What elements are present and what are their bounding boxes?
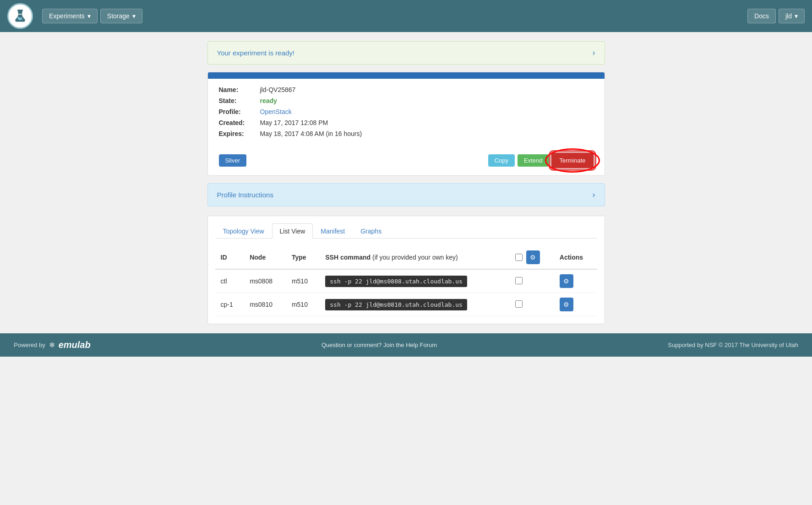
cell-actions: ⚙ — [554, 293, 597, 316]
row-checkbox[interactable] — [515, 277, 523, 284]
ssh-command-text[interactable]: ssh -p 22 jld@ms0810.utah.cloudlab.us — [325, 299, 467, 310]
emulab-snowflake-icon: ❄ — [49, 341, 55, 349]
profile-row: Profile: OpenStack — [219, 108, 594, 115]
experiment-details: Name: jld-QV25867 State: ready Profile: … — [208, 79, 605, 148]
state-row: State: ready — [219, 97, 594, 104]
cell-type: m510 — [286, 269, 320, 293]
terminate-button[interactable]: Terminate — [551, 153, 593, 168]
navbar: Experiments ▾ Storage ▾ Docs jld ▾ — [0, 0, 812, 32]
expires-label: Expires: — [219, 130, 260, 137]
footer-brand: Powered by ❄ emulab — [14, 340, 91, 350]
row-checkbox[interactable] — [515, 300, 523, 308]
th-checkbox-area: ⚙ — [510, 246, 554, 269]
state-value: ready — [260, 97, 277, 104]
storage-menu[interactable]: Storage ▾ — [100, 9, 142, 23]
profile-instructions-label: Profile Instructions — [217, 191, 273, 199]
cell-ssh: ssh -p 22 jld@ms0810.utah.cloudlab.us — [320, 293, 510, 316]
dropdown-arrow-icon: ▾ — [132, 12, 136, 20]
row-gear-button[interactable]: ⚙ — [560, 274, 573, 288]
table-header: ID Node Type SSH command (if you provide… — [215, 246, 597, 269]
svg-point-2 — [17, 17, 19, 19]
footer-brand-name: emulab — [59, 340, 91, 350]
created-row: Created: May 17, 2017 12:08 PM — [219, 119, 594, 126]
svg-rect-0 — [17, 10, 23, 11]
name-value: jld-QV25867 — [260, 86, 296, 93]
row-gear-button[interactable]: ⚙ — [560, 298, 573, 311]
brand-logo — [7, 3, 33, 29]
expires-value: May 18, 2017 4:08 AM (in 16 hours) — [260, 130, 362, 137]
cell-id: ctl — [215, 269, 245, 293]
ssh-command-text[interactable]: ssh -p 22 jld@ms0808.utah.cloudlab.us — [325, 276, 467, 287]
tab-topology-view[interactable]: Topology View — [215, 223, 272, 239]
ssh-note: (if you provided your own key) — [372, 254, 458, 261]
state-label: State: — [219, 97, 260, 104]
docs-button[interactable]: Docs — [747, 9, 776, 23]
tab-list-view[interactable]: List View — [272, 223, 313, 239]
created-label: Created: — [219, 119, 260, 126]
sliver-button[interactable]: Sliver — [219, 154, 247, 167]
experiment-card: Name: jld-QV25867 State: ready Profile: … — [207, 72, 605, 176]
extend-button[interactable]: Extend — [518, 154, 549, 167]
th-actions: Actions — [554, 246, 597, 269]
footer-support: Supported by NSF © 2017 The University o… — [668, 342, 798, 348]
card-actions: Sliver Copy Extend Terminate — [208, 148, 605, 175]
expires-row: Expires: May 18, 2017 4:08 AM (in 16 hou… — [219, 130, 594, 137]
help-forum-link[interactable]: Question or comment? Join the Help Forum — [322, 342, 437, 348]
terminate-wrapper: Terminate — [551, 153, 593, 168]
alert-chevron-icon: › — [593, 48, 595, 58]
cell-ssh: ssh -p 22 jld@ms0808.utah.cloudlab.us — [320, 269, 510, 293]
cell-node: ms0808 — [244, 269, 286, 293]
dropdown-arrow-icon: ▾ — [87, 12, 91, 20]
copy-button[interactable]: Copy — [488, 154, 515, 167]
user-dropdown-arrow-icon: ▾ — [795, 12, 798, 20]
logo-circle — [7, 3, 33, 29]
name-row: Name: jld-QV25867 — [219, 86, 594, 93]
table-row: cp-1 ms0810 m510 ssh -p 22 jld@ms0810.ut… — [215, 293, 597, 316]
select-all-checkbox[interactable] — [515, 254, 523, 261]
profile-instructions-chevron-icon: › — [593, 190, 595, 200]
nav-links: Experiments ▾ Storage ▾ — [42, 9, 747, 23]
nav-right: Docs jld ▾ — [747, 9, 805, 23]
nodes-table: ID Node Type SSH command (if you provide… — [215, 246, 597, 316]
profile-label: Profile: — [219, 108, 260, 115]
footer-help: Question or comment? Join the Help Forum — [322, 342, 437, 348]
table-row: ctl ms0808 m510 ssh -p 22 jld@ms0808.uta… — [215, 269, 597, 293]
user-menu[interactable]: jld ▾ — [779, 9, 805, 23]
th-id: ID — [215, 246, 245, 269]
action-buttons: Copy Extend Terminate — [488, 153, 594, 168]
created-value: May 17, 2017 12:08 PM — [260, 119, 328, 126]
nodes-table-body: ctl ms0808 m510 ssh -p 22 jld@ms0808.uta… — [215, 269, 597, 316]
th-type: Type — [286, 246, 320, 269]
cell-actions: ⚙ — [554, 269, 597, 293]
cell-checkbox — [510, 269, 554, 293]
powered-by-text: Powered by — [14, 342, 45, 348]
cell-checkbox — [510, 293, 554, 316]
alert-message: Your experiment is ready! — [217, 49, 295, 57]
tabs-nav: Topology View List View Manifest Graphs — [215, 223, 597, 239]
cell-id: cp-1 — [215, 293, 245, 316]
name-label: Name: — [219, 86, 260, 93]
experiment-ready-alert[interactable]: Your experiment is ready! › — [207, 41, 605, 65]
footer: Powered by ❄ emulab Question or comment?… — [0, 333, 812, 357]
th-ssh: SSH command (if you provided your own ke… — [320, 246, 510, 269]
logo-icon — [12, 8, 28, 24]
experiments-menu[interactable]: Experiments ▾ — [42, 9, 98, 23]
progress-bar — [208, 72, 605, 79]
main-content: Your experiment is ready! › Name: jld-QV… — [200, 41, 612, 324]
cell-type: m510 — [286, 293, 320, 316]
profile-link[interactable]: OpenStack — [260, 108, 292, 115]
tab-manifest[interactable]: Manifest — [313, 223, 353, 239]
header-gear-button[interactable]: ⚙ — [526, 250, 540, 264]
th-node: Node — [244, 246, 286, 269]
cell-node: ms0810 — [244, 293, 286, 316]
tabs-section: Topology View List View Manifest Graphs … — [207, 216, 605, 324]
profile-instructions-panel[interactable]: Profile Instructions › — [207, 183, 605, 206]
tab-graphs[interactable]: Graphs — [353, 223, 389, 239]
